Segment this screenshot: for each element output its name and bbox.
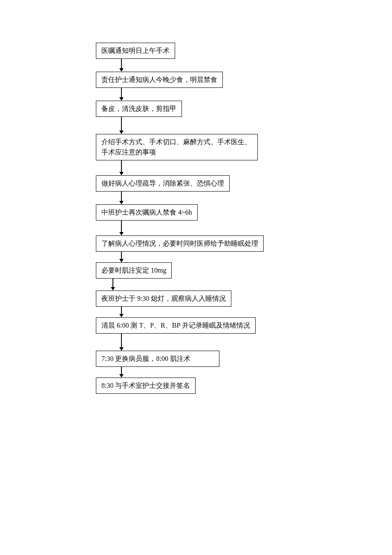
arrow-down-icon [119, 59, 124, 72]
step-text: 了解病人心理情况，必要时同时医师给予助睡眠处理 [101, 240, 258, 247]
step-text: 医嘱通知明日上午手术 [101, 47, 170, 54]
arrow-down-icon [119, 160, 124, 175]
arrow-down-icon [119, 252, 124, 262]
arrow-down-icon [111, 279, 115, 291]
step-text: 7:30 更换病员服，8:00 肌注术 [101, 355, 190, 362]
arrow-down-icon [119, 307, 124, 317]
flow-step-7: 了解病人心理情况，必要时同时医师给予助睡眠处理 [96, 235, 264, 252]
arrow-down-icon [119, 221, 124, 235]
flow-step-12: 8:30 与手术室护士交接并签名 [96, 378, 196, 394]
flow-step-8: 必要时肌注安定 10mg [96, 262, 172, 279]
arrow-down-icon [119, 334, 124, 351]
flow-step-1: 医嘱通知明日上午手术 [96, 43, 175, 59]
flow-step-11: 7:30 更换病员服，8:00 肌注术 [96, 351, 219, 367]
flow-step-6: 中班护士再次嘱病人禁食 4~6h [96, 204, 198, 221]
step-text: 介绍手术方式、手术切口、麻醉方式、手术医生、手术应注意的事项 [101, 138, 251, 156]
arrow-down-icon [119, 367, 124, 378]
flow-step-3: 备皮，清洗皮肤，剪指甲 [96, 101, 182, 117]
step-text: 中班护士再次嘱病人禁食 4~6h [101, 209, 192, 216]
step-text: 清晨 6:00 测 T、P、R、BP 并记录睡眠及情绪情况 [101, 322, 250, 329]
arrow-down-icon [119, 88, 124, 101]
step-text: 8:30 与手术室护士交接并签名 [101, 382, 190, 389]
flow-step-10: 清晨 6:00 测 T、P、R、BP 并记录睡眠及情绪情况 [96, 317, 256, 334]
flowchart-container: 医嘱通知明日上午手术 责任护士通知病人今晚少食，明晨禁食 备皮，清洗皮肤，剪指甲… [0, 0, 392, 394]
step-text: 做好病人心理疏导，消除紧张、恐惧心理 [101, 180, 224, 187]
flow-step-5: 做好病人心理疏导，消除紧张、恐惧心理 [96, 175, 230, 192]
step-text: 备皮，清洗皮肤，剪指甲 [101, 105, 176, 112]
flow-step-2: 责任护士通知病人今晚少食，明晨禁食 [96, 72, 223, 88]
arrow-down-icon [119, 192, 124, 204]
step-text: 必要时肌注安定 10mg [101, 267, 166, 274]
flow-step-9: 夜班护士于 9:30 熄灯，观察病人入睡情况 [96, 291, 231, 307]
step-text: 责任护士通知病人今晚少食，明晨禁食 [101, 76, 217, 83]
arrow-down-icon [119, 117, 124, 134]
step-text: 夜班护士于 9:30 熄灯，观察病人入睡情况 [101, 295, 226, 302]
flow-step-4: 介绍手术方式、手术切口、麻醉方式、手术医生、手术应注意的事项 [96, 134, 258, 160]
